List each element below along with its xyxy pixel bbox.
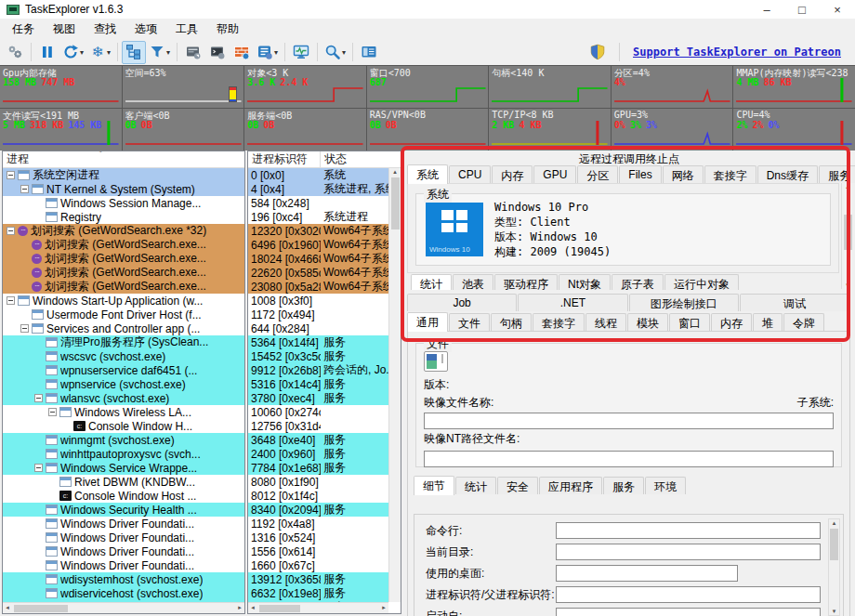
process-info-row[interactable]: 15452 [0x3c5c]服务 — [248, 349, 388, 363]
list-vertical-scrollbar[interactable]: ▴ — [388, 168, 401, 602]
process-info-row[interactable]: 584 [0x248] — [248, 196, 388, 210]
process-row[interactable]: winhttpautoproxysvc (svch... — [3, 447, 244, 461]
process-row[interactable]: c:Console Window H... — [3, 419, 244, 433]
scroll-up-icon[interactable]: ▴ — [842, 183, 853, 190]
list-horizontal-scrollbar[interactable]: ◂▸ — [248, 602, 388, 613]
process-row[interactable]: wpnuserservice daf6451 (... — [3, 363, 244, 377]
process-info-row[interactable]: 1192 [0x4a8] — [248, 517, 388, 531]
scroll-right-icon[interactable]: ▸ — [379, 604, 388, 611]
details-tab-0[interactable]: 通用 — [407, 312, 448, 332]
expander-icon[interactable] — [34, 394, 43, 402]
process-info-row[interactable]: 6496 [0x1960]Wow64子系统 — [248, 238, 388, 252]
process-info-row[interactable]: 12756 [0x31d4] — [248, 419, 388, 433]
process-info-row[interactable]: 4 [0x4]系统进程, 系统 — [248, 182, 388, 196]
process-info-row[interactable]: 18024 [0x4668]Wow64子系统 — [248, 252, 388, 266]
expander-icon[interactable] — [20, 324, 29, 333]
scroll-up-icon[interactable]: ▴ — [829, 519, 839, 527]
system-panel-tab-2[interactable]: 内存 — [492, 165, 533, 183]
system-panel-tab-0[interactable]: 系统 — [407, 164, 448, 184]
details-tab-2[interactable]: 句柄 — [491, 313, 532, 331]
process-info-row[interactable]: 644 [0x284] — [248, 321, 388, 335]
scroll-left-icon[interactable]: ◂ — [248, 604, 257, 611]
menu-item-0[interactable]: 任务 — [3, 19, 44, 40]
field-input[interactable] — [556, 608, 821, 616]
process-info-row[interactable]: 9912 [0x26b8]跨会话的, Jo.. — [248, 363, 388, 377]
panels-button[interactable] — [357, 41, 381, 64]
process-row[interactable]: Windows Start-Up Application (w... — [3, 294, 244, 308]
detail-sub-tab-4[interactable]: 服务 — [603, 477, 644, 494]
process-info-row[interactable]: 1008 [0x3f0] — [248, 294, 388, 308]
scroll-down-icon[interactable]: ▾ — [842, 282, 853, 289]
system-panel-tab-7[interactable]: 套接字 — [704, 165, 756, 183]
system-panel-tab-9[interactable]: 服务 — [819, 165, 855, 183]
system-panel-tab-8[interactable]: Dns缓存 — [757, 165, 818, 183]
pause-button[interactable] — [35, 41, 59, 64]
process-tree-header[interactable]: 进程 ˆ — [3, 151, 244, 168]
system-sub-tab-2[interactable]: 驱动程序 — [494, 274, 558, 290]
scroll-right-icon[interactable]: ▸ — [235, 604, 244, 611]
process-info-row[interactable]: 2400 [0x960]服务 — [248, 447, 388, 461]
details-group-tab-0[interactable]: Job — [407, 294, 517, 311]
field-input[interactable] — [556, 544, 821, 560]
process-info-header[interactable]: 进程标识符 状态 — [248, 151, 401, 168]
menu-item-1[interactable]: 视图 — [44, 19, 85, 40]
process-row[interactable]: ···划词搜索 (GetWordSearch.exe *32) — [3, 224, 244, 238]
system-panel-tab-4[interactable]: 分区 — [577, 165, 618, 183]
details-group-tab-1[interactable]: .NET — [518, 294, 627, 311]
field-input[interactable] — [556, 522, 821, 539]
process-info-row[interactable]: 6632 [0x19e8]服务 — [248, 586, 388, 600]
process-info-row[interactable]: 1316 [0x524] — [248, 531, 388, 544]
process-info-row[interactable]: 1172 [0x494] — [248, 308, 388, 321]
patreon-link[interactable]: Support TaskExplorer on Patreon — [633, 46, 841, 59]
process-row[interactable]: wlansvc (svchost.exe) — [3, 391, 244, 405]
process-row[interactable]: Windows Service Wrappe... — [3, 461, 244, 475]
scrollbar-thumb[interactable] — [844, 215, 852, 250]
detail-sub-tab-2[interactable]: 安全 — [497, 477, 538, 494]
expander-icon[interactable] — [7, 296, 15, 305]
details-group-tab-3[interactable]: 调试 — [740, 294, 849, 311]
refresh-button[interactable]: ▾ — [59, 41, 86, 64]
image-name-input[interactable] — [424, 413, 834, 429]
process-row[interactable]: Usermode Font Driver Host (f... — [3, 308, 244, 321]
scroll-left-icon[interactable]: ◂ — [3, 604, 12, 611]
tree-horizontal-scrollbar[interactable]: ◂▸ — [3, 602, 244, 613]
scrollbar-thumb[interactable] — [259, 605, 300, 612]
nt-path-input[interactable] — [424, 451, 834, 467]
expander-icon[interactable] — [34, 464, 43, 472]
process-info-row[interactable]: 0 [0x0]系统 — [248, 168, 388, 182]
system-panel-scrollbar[interactable]: ▴▾ — [841, 183, 853, 289]
details-scrollbar[interactable]: ▴▾ — [828, 518, 840, 616]
detail-sub-tab-1[interactable]: 统计 — [455, 477, 496, 494]
close-button[interactable]: × — [820, 0, 855, 19]
details-tab-4[interactable]: 线程 — [585, 313, 626, 331]
system-sub-tab-0[interactable]: 统计 — [411, 274, 452, 290]
scroll-up-icon[interactable]: ▴ — [389, 168, 401, 176]
process-row[interactable]: c:Console Window Host ... — [3, 489, 244, 503]
menu-item-5[interactable]: 帮助 — [207, 19, 248, 40]
process-info-row[interactable]: 7784 [0x1e68]服务 — [248, 461, 388, 475]
column-process[interactable]: 进程 — [3, 151, 29, 167]
maximize-button[interactable]: □ — [784, 0, 820, 19]
detail-sub-tab-5[interactable]: 环境 — [645, 477, 686, 494]
process-info-row[interactable]: 5316 [0x14c4]服务 — [248, 377, 388, 391]
expander-icon[interactable] — [7, 171, 15, 179]
process-row[interactable]: Windows Driver Foundati... — [3, 558, 244, 572]
menu-item-3[interactable]: 选项 — [125, 19, 166, 40]
process-info-row[interactable]: 3780 [0xec4]服务 — [248, 391, 388, 405]
system-panel-tab-1[interactable]: CPU — [449, 165, 491, 183]
process-info-row[interactable]: 23080 [0x5a28]Wow64子系统 — [248, 280, 388, 294]
details-tab-5[interactable]: 模块 — [627, 313, 668, 331]
settings-button[interactable] — [3, 41, 27, 64]
process-info-row[interactable]: 8080 [0x1f90] — [248, 475, 388, 489]
process-row[interactable]: 系统空闲进程 — [3, 168, 244, 182]
console-tool-button[interactable] — [205, 41, 230, 64]
details-group-tab-2[interactable]: 图形绘制接口 — [629, 294, 739, 311]
process-row[interactable]: ···划词搜索 (GetWordSearch.exe... — [3, 252, 244, 266]
details-tab-6[interactable]: 窗口 — [669, 313, 710, 331]
details-tab-1[interactable]: 文件 — [449, 313, 490, 331]
search-button[interactable]: ▾ — [322, 41, 349, 64]
process-info-row[interactable]: 13912 [0x3658]服务 — [248, 572, 388, 586]
detail-sub-tab-3[interactable]: 应用程序 — [539, 477, 602, 494]
process-row[interactable]: Rivet DBWM (KNDBW... — [3, 475, 244, 489]
process-row[interactable]: wpnservice (svchost.exe) — [3, 377, 244, 391]
